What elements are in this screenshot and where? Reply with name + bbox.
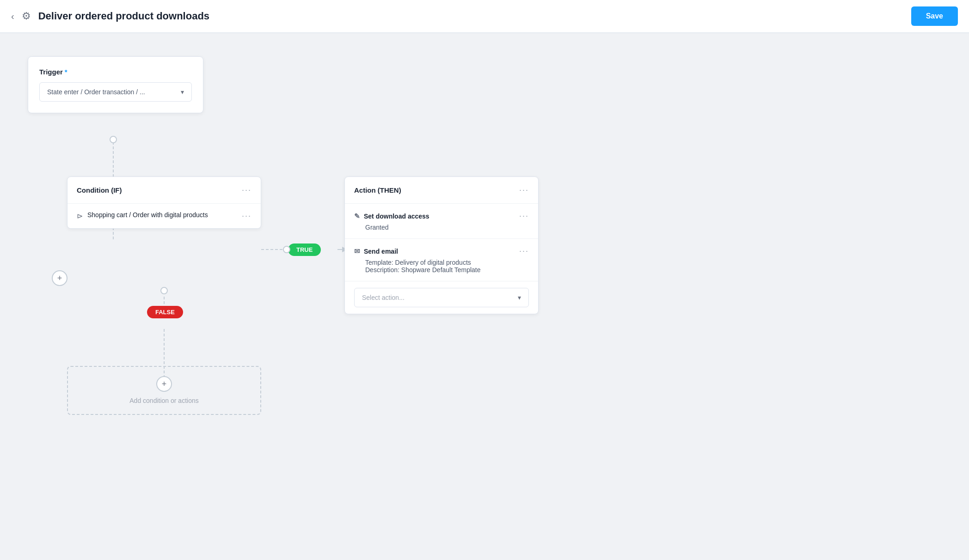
- action-menu-button[interactable]: ···: [519, 185, 529, 195]
- add-condition-box: + Add condition or actions: [67, 366, 261, 415]
- action-select-placeholder: Select action...: [362, 294, 405, 301]
- condition-title: Condition (IF): [77, 186, 122, 194]
- action-card-header: Action (THEN) ···: [345, 177, 538, 204]
- condition-menu-button[interactable]: ···: [242, 185, 251, 195]
- condition-item: ⊳ Shopping cart / Order with digital pro…: [77, 211, 251, 221]
- page-title: Deliver ordered product downloads: [38, 10, 209, 22]
- action-item-email-value: Template: Delivery of digital products D…: [365, 259, 529, 274]
- action-select-wrapper: Select action... ▾: [345, 281, 538, 314]
- action-chevron-icon: ▾: [518, 294, 521, 301]
- condition-card-header: Condition (IF) ···: [67, 177, 261, 204]
- edit-icon: ✎: [354, 212, 360, 220]
- true-badge: TRUE: [288, 243, 321, 256]
- plus-add-button[interactable]: +: [156, 376, 172, 392]
- trigger-card: Trigger * State enter / Order transactio…: [28, 56, 203, 113]
- chevron-down-icon: ▾: [181, 88, 184, 96]
- save-button[interactable]: Save: [911, 6, 958, 26]
- trigger-select-text: State enter / Order transaction / ...: [47, 88, 145, 96]
- add-condition-text: Add condition or actions: [129, 397, 198, 404]
- email-icon: ✉: [354, 247, 360, 256]
- false-badge: FALSE: [147, 306, 183, 318]
- action-item-download-menu-button[interactable]: ···: [519, 211, 529, 221]
- header-left: ‹ ⚙ Deliver ordered product downloads: [11, 10, 911, 22]
- action-item-email-menu-button[interactable]: ···: [519, 246, 529, 256]
- plus-main-button[interactable]: +: [52, 270, 67, 286]
- true-connector-circle: [283, 246, 290, 253]
- header: ‹ ⚙ Deliver ordered product downloads Sa…: [0, 0, 969, 33]
- condition-item-text: Shopping cart / Order with digital produ…: [87, 211, 208, 219]
- action-item-email-header: ✉ Send email ···: [354, 246, 529, 256]
- action-item-download-header: ✎ Set download access ···: [354, 211, 529, 221]
- trigger-connector-circle: [110, 136, 117, 143]
- trigger-label: Trigger *: [39, 68, 192, 76]
- condition-card: Condition (IF) ··· ⊳ Shopping cart / Ord…: [67, 177, 261, 229]
- action-card: Action (THEN) ··· ✎ Set download access …: [344, 177, 539, 314]
- action-item-email: ✉ Send email ··· Template: Delivery of d…: [345, 239, 538, 281]
- condition-bottom-circle: [160, 287, 168, 294]
- condition-card-body: ⊳ Shopping cart / Order with digital pro…: [67, 204, 261, 228]
- gear-icon[interactable]: ⚙: [22, 10, 31, 22]
- trigger-select[interactable]: State enter / Order transaction / ... ▾: [39, 82, 192, 102]
- condition-item-menu-button[interactable]: ···: [242, 211, 251, 221]
- action-item-download-value: Granted: [365, 224, 529, 231]
- action-title: Action (THEN): [354, 186, 401, 194]
- action-item-download-title: ✎ Set download access: [354, 212, 429, 220]
- back-icon[interactable]: ‹: [11, 11, 14, 22]
- action-item-email-title: ✉ Send email: [354, 247, 398, 256]
- action-item-download: ✎ Set download access ··· Granted: [345, 204, 538, 239]
- canvas: Trigger * State enter / Order transactio…: [0, 33, 969, 560]
- required-marker: *: [65, 68, 67, 76]
- cart-icon: ⊳: [77, 212, 83, 220]
- action-select[interactable]: Select action... ▾: [354, 288, 529, 307]
